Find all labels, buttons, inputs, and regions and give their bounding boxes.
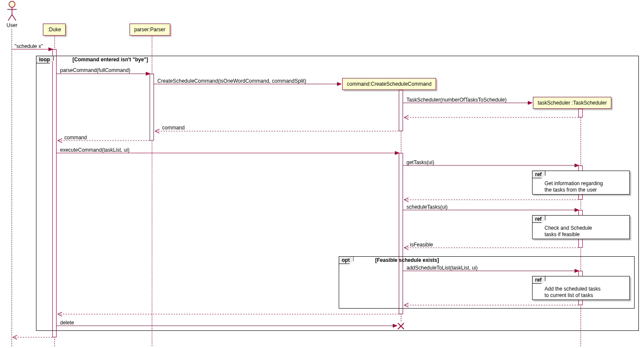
msg-get-tasks: getTasks(ui) <box>406 159 434 165</box>
msg-task-scheduler: TaskScheduler(numberOfTasksToSchedule) <box>406 97 506 103</box>
destroy-icon <box>397 321 405 330</box>
msg-create-schedule-command: CreateScheduleCommand(isOneWordCommand, … <box>157 78 306 84</box>
msg-return-command-1: command <box>162 125 185 131</box>
msg-parse-command: parseCommand(fullCommand) <box>60 67 130 73</box>
msg-schedule-x: "schedule x" <box>15 43 43 49</box>
sequence-diagram: User :Duke parser:Parser command:CreateS… <box>0 0 644 348</box>
arrows-layer: CSC return --> Parser return --> Duke re… <box>0 0 644 348</box>
msg-add-schedule-to-list: addScheduleToList(taskList, ui) <box>406 265 478 271</box>
msg-is-feasible: isFeasible <box>410 242 433 248</box>
msg-delete: delete <box>60 320 74 326</box>
msg-return-command-2: command <box>64 135 87 141</box>
msg-schedule-tasks: scheduleTasks(ui) <box>406 204 448 210</box>
msg-execute-command: executeCommand(taskList, ui) <box>60 147 129 153</box>
